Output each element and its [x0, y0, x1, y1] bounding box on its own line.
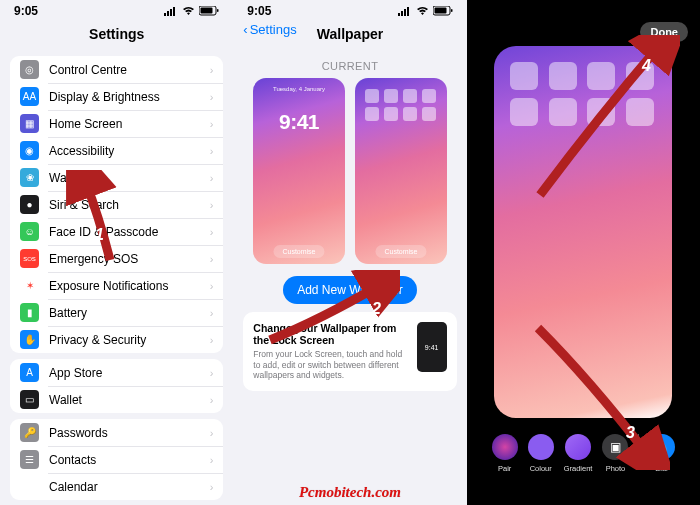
- settings-row[interactable]: ✋Privacy & Security›: [10, 326, 223, 353]
- settings-label: Exposure Notifications: [49, 279, 210, 293]
- wallpaper-edit-pane: Done PairColourGradient▣Photo💧Blur: [467, 0, 700, 505]
- home-screen-big-preview[interactable]: [494, 46, 672, 418]
- tip-title: Change your Wallpaper from the Lock Scre…: [253, 322, 406, 346]
- settings-label: Accessibility: [49, 144, 210, 158]
- settings-row[interactable]: ▦Home Screen›: [10, 110, 223, 137]
- settings-row[interactable]: AApp Store›: [10, 359, 223, 386]
- settings-label: Calendar: [49, 480, 210, 494]
- customise-button[interactable]: Customise: [375, 245, 426, 258]
- app-grid: [494, 46, 672, 142]
- tip-thumbnail: 9:41: [417, 322, 447, 372]
- option-label: Colour: [530, 464, 552, 473]
- chevron-right-icon: ›: [210, 253, 214, 265]
- wifi-icon: [182, 7, 195, 16]
- settings-icon: ▮: [20, 303, 39, 322]
- svg-rect-0: [164, 13, 166, 16]
- settings-row[interactable]: ▭Wallet›: [10, 386, 223, 413]
- app-icon: [422, 89, 436, 103]
- settings-label: Privacy & Security: [49, 333, 210, 347]
- app-icon: [403, 107, 417, 121]
- svg-rect-1: [167, 11, 169, 16]
- chevron-left-icon: ‹: [243, 22, 247, 37]
- app-icon: [587, 98, 615, 126]
- settings-row[interactable]: AADisplay & Brightness›: [10, 83, 223, 110]
- status-time: 9:05: [247, 4, 271, 18]
- tip-body: From your Lock Screen, touch and hold to…: [253, 349, 406, 381]
- settings-pane: 9:05 Settings ◎Control Centre›AADisplay …: [0, 0, 233, 505]
- app-icon: [549, 98, 577, 126]
- lock-screen-preview[interactable]: Tuesday, 4 January 9:41 Customise: [253, 78, 345, 264]
- gradient-icon: [565, 434, 591, 460]
- settings-row[interactable]: ☰Contacts›: [10, 446, 223, 473]
- options-divider: [638, 434, 639, 460]
- settings-icon: ✋: [20, 330, 39, 349]
- settings-label: Passwords: [49, 426, 210, 440]
- status-indicators: [164, 6, 219, 16]
- app-icon: [510, 98, 538, 126]
- app-icon: [384, 107, 398, 121]
- back-label: Settings: [250, 22, 297, 37]
- tip-card: Change your Wallpaper from the Lock Scre…: [243, 312, 456, 391]
- settings-icon: ✶: [20, 276, 39, 295]
- chevron-right-icon: ›: [210, 226, 214, 238]
- settings-icon: ◎: [20, 60, 39, 79]
- signal-icon: [164, 7, 178, 16]
- chevron-right-icon: ›: [210, 118, 214, 130]
- battery-icon: [433, 6, 453, 16]
- app-icon: [422, 107, 436, 121]
- settings-label: Wallpaper: [49, 171, 210, 185]
- chevron-right-icon: ›: [210, 172, 214, 184]
- settings-label: Emergency SOS: [49, 252, 210, 266]
- wallpaper-option-pair[interactable]: Pair: [492, 434, 518, 473]
- chevron-right-icon: ›: [210, 64, 214, 76]
- settings-row[interactable]: ◎Control Centre›: [10, 56, 223, 83]
- home-screen-preview[interactable]: Customise: [355, 78, 447, 264]
- settings-label: Face ID & Passcode: [49, 225, 210, 239]
- settings-label: Contacts: [49, 453, 210, 467]
- settings-label: App Store: [49, 366, 210, 380]
- status-indicators: [398, 6, 453, 16]
- settings-group: AApp Store›▭Wallet›: [10, 359, 223, 413]
- settings-label: Display & Brightness: [49, 90, 210, 104]
- wallpaper-option-gradient[interactable]: Gradient: [564, 434, 593, 473]
- settings-row[interactable]: ☺Face ID & Passcode›: [10, 218, 223, 245]
- chevron-right-icon: ›: [210, 367, 214, 379]
- blur-icon: 💧: [649, 434, 675, 460]
- app-grid: [355, 78, 447, 132]
- wallpaper-option-photo[interactable]: ▣Photo: [602, 434, 628, 473]
- wallpaper-option-blur[interactable]: 💧Blur: [649, 434, 675, 473]
- settings-row[interactable]: SOSEmergency SOS›: [10, 245, 223, 272]
- lock-date: Tuesday, 4 January: [253, 86, 345, 92]
- chevron-right-icon: ›: [210, 280, 214, 292]
- settings-row[interactable]: ◉Accessibility›: [10, 137, 223, 164]
- back-button[interactable]: ‹ Settings: [243, 22, 296, 37]
- settings-row[interactable]: 🔑Passwords›: [10, 419, 223, 446]
- settings-row[interactable]: ●Siri & Search›: [10, 191, 223, 218]
- settings-row[interactable]: ✶Exposure Notifications›: [10, 272, 223, 299]
- settings-group: 🔑Passwords›☰Contacts›▦Calendar›: [10, 419, 223, 500]
- app-icon: [510, 62, 538, 90]
- wallpaper-pane: 9:05 ‹ Settings Wallpaper CURRENT Tuesda…: [233, 0, 466, 505]
- settings-label: Wallet: [49, 393, 210, 407]
- add-wallpaper-button[interactable]: Add New Wallpaper: [283, 276, 417, 304]
- customise-button[interactable]: Customise: [273, 245, 324, 258]
- settings-row[interactable]: ❀Wallpaper›: [10, 164, 223, 191]
- option-label: Gradient: [564, 464, 593, 473]
- page-title: Settings: [0, 20, 233, 50]
- app-icon: [549, 62, 577, 90]
- chevron-right-icon: ›: [210, 91, 214, 103]
- settings-row[interactable]: ▮Battery›: [10, 299, 223, 326]
- chevron-right-icon: ›: [210, 307, 214, 319]
- settings-label: Battery: [49, 306, 210, 320]
- settings-icon: ☰: [20, 450, 39, 469]
- settings-icon: ❀: [20, 168, 39, 187]
- svg-rect-9: [404, 9, 406, 16]
- wallpaper-option-colour[interactable]: Colour: [528, 434, 554, 473]
- settings-icon: ●: [20, 195, 39, 214]
- wallpaper-previews: Tuesday, 4 January 9:41 Customise Custom…: [233, 78, 466, 264]
- chevron-right-icon: ›: [210, 427, 214, 439]
- done-button[interactable]: Done: [640, 22, 688, 42]
- settings-row[interactable]: ▦Calendar›: [10, 473, 223, 500]
- svg-rect-6: [217, 9, 219, 12]
- app-icon: [365, 89, 379, 103]
